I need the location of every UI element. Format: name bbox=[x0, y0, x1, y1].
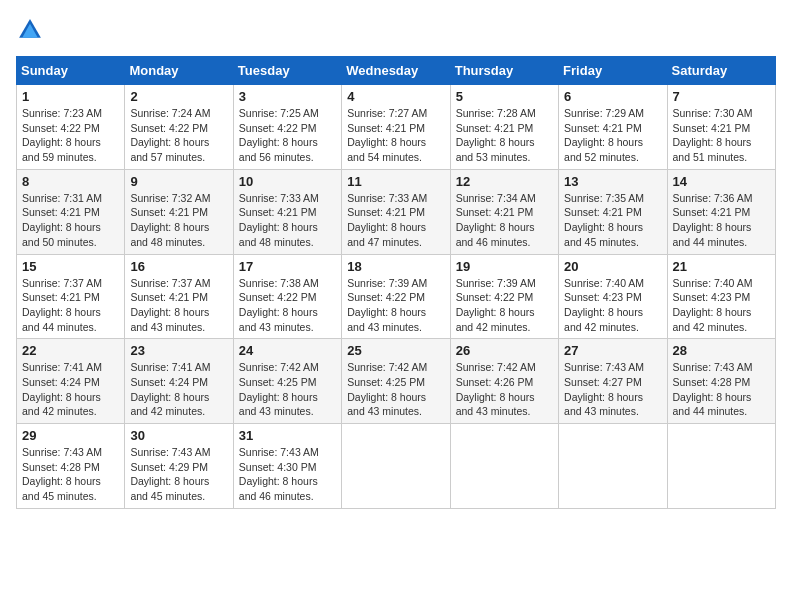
day-info: Sunrise: 7:35 AMSunset: 4:21 PMDaylight:… bbox=[564, 192, 644, 248]
day-info: Sunrise: 7:33 AMSunset: 4:21 PMDaylight:… bbox=[347, 192, 427, 248]
day-info: Sunrise: 7:32 AMSunset: 4:21 PMDaylight:… bbox=[130, 192, 210, 248]
calendar-cell-19: 19Sunrise: 7:39 AMSunset: 4:22 PMDayligh… bbox=[450, 254, 558, 339]
calendar-cell-21: 21Sunrise: 7:40 AMSunset: 4:23 PMDayligh… bbox=[667, 254, 775, 339]
day-info: Sunrise: 7:40 AMSunset: 4:23 PMDaylight:… bbox=[673, 277, 753, 333]
day-number: 29 bbox=[22, 428, 119, 443]
day-info: Sunrise: 7:39 AMSunset: 4:22 PMDaylight:… bbox=[347, 277, 427, 333]
day-info: Sunrise: 7:27 AMSunset: 4:21 PMDaylight:… bbox=[347, 107, 427, 163]
calendar-cell-12: 12Sunrise: 7:34 AMSunset: 4:21 PMDayligh… bbox=[450, 169, 558, 254]
calendar-cell-5: 5Sunrise: 7:28 AMSunset: 4:21 PMDaylight… bbox=[450, 85, 558, 170]
weekday-header-friday: Friday bbox=[559, 57, 667, 85]
calendar-cell-1: 1Sunrise: 7:23 AMSunset: 4:22 PMDaylight… bbox=[17, 85, 125, 170]
calendar-table: SundayMondayTuesdayWednesdayThursdayFrid… bbox=[16, 56, 776, 509]
day-info: Sunrise: 7:37 AMSunset: 4:21 PMDaylight:… bbox=[22, 277, 102, 333]
weekday-header-row: SundayMondayTuesdayWednesdayThursdayFrid… bbox=[17, 57, 776, 85]
day-info: Sunrise: 7:31 AMSunset: 4:21 PMDaylight:… bbox=[22, 192, 102, 248]
calendar-week-4: 22Sunrise: 7:41 AMSunset: 4:24 PMDayligh… bbox=[17, 339, 776, 424]
weekday-header-tuesday: Tuesday bbox=[233, 57, 341, 85]
day-info: Sunrise: 7:24 AMSunset: 4:22 PMDaylight:… bbox=[130, 107, 210, 163]
calendar-cell-27: 27Sunrise: 7:43 AMSunset: 4:27 PMDayligh… bbox=[559, 339, 667, 424]
calendar-week-3: 15Sunrise: 7:37 AMSunset: 4:21 PMDayligh… bbox=[17, 254, 776, 339]
calendar-cell-13: 13Sunrise: 7:35 AMSunset: 4:21 PMDayligh… bbox=[559, 169, 667, 254]
calendar-cell-10: 10Sunrise: 7:33 AMSunset: 4:21 PMDayligh… bbox=[233, 169, 341, 254]
day-info: Sunrise: 7:38 AMSunset: 4:22 PMDaylight:… bbox=[239, 277, 319, 333]
day-number: 15 bbox=[22, 259, 119, 274]
day-info: Sunrise: 7:25 AMSunset: 4:22 PMDaylight:… bbox=[239, 107, 319, 163]
day-number: 22 bbox=[22, 343, 119, 358]
day-number: 5 bbox=[456, 89, 553, 104]
day-info: Sunrise: 7:42 AMSunset: 4:25 PMDaylight:… bbox=[239, 361, 319, 417]
calendar-cell-16: 16Sunrise: 7:37 AMSunset: 4:21 PMDayligh… bbox=[125, 254, 233, 339]
calendar-cell-3: 3Sunrise: 7:25 AMSunset: 4:22 PMDaylight… bbox=[233, 85, 341, 170]
day-number: 7 bbox=[673, 89, 770, 104]
day-number: 9 bbox=[130, 174, 227, 189]
calendar-cell-15: 15Sunrise: 7:37 AMSunset: 4:21 PMDayligh… bbox=[17, 254, 125, 339]
day-info: Sunrise: 7:41 AMSunset: 4:24 PMDaylight:… bbox=[22, 361, 102, 417]
day-info: Sunrise: 7:33 AMSunset: 4:21 PMDaylight:… bbox=[239, 192, 319, 248]
day-number: 17 bbox=[239, 259, 336, 274]
weekday-header-sunday: Sunday bbox=[17, 57, 125, 85]
calendar-cell-empty bbox=[450, 424, 558, 509]
calendar-cell-7: 7Sunrise: 7:30 AMSunset: 4:21 PMDaylight… bbox=[667, 85, 775, 170]
day-number: 16 bbox=[130, 259, 227, 274]
calendar-cell-empty bbox=[559, 424, 667, 509]
day-number: 23 bbox=[130, 343, 227, 358]
day-number: 14 bbox=[673, 174, 770, 189]
calendar-cell-29: 29Sunrise: 7:43 AMSunset: 4:28 PMDayligh… bbox=[17, 424, 125, 509]
calendar-cell-28: 28Sunrise: 7:43 AMSunset: 4:28 PMDayligh… bbox=[667, 339, 775, 424]
weekday-header-saturday: Saturday bbox=[667, 57, 775, 85]
day-number: 1 bbox=[22, 89, 119, 104]
calendar-cell-6: 6Sunrise: 7:29 AMSunset: 4:21 PMDaylight… bbox=[559, 85, 667, 170]
day-info: Sunrise: 7:39 AMSunset: 4:22 PMDaylight:… bbox=[456, 277, 536, 333]
day-info: Sunrise: 7:34 AMSunset: 4:21 PMDaylight:… bbox=[456, 192, 536, 248]
calendar-cell-30: 30Sunrise: 7:43 AMSunset: 4:29 PMDayligh… bbox=[125, 424, 233, 509]
day-number: 25 bbox=[347, 343, 444, 358]
day-info: Sunrise: 7:43 AMSunset: 4:28 PMDaylight:… bbox=[22, 446, 102, 502]
day-number: 6 bbox=[564, 89, 661, 104]
day-info: Sunrise: 7:43 AMSunset: 4:27 PMDaylight:… bbox=[564, 361, 644, 417]
day-number: 2 bbox=[130, 89, 227, 104]
day-info: Sunrise: 7:40 AMSunset: 4:23 PMDaylight:… bbox=[564, 277, 644, 333]
day-number: 11 bbox=[347, 174, 444, 189]
calendar-cell-11: 11Sunrise: 7:33 AMSunset: 4:21 PMDayligh… bbox=[342, 169, 450, 254]
day-number: 3 bbox=[239, 89, 336, 104]
weekday-header-monday: Monday bbox=[125, 57, 233, 85]
day-number: 8 bbox=[22, 174, 119, 189]
calendar-week-1: 1Sunrise: 7:23 AMSunset: 4:22 PMDaylight… bbox=[17, 85, 776, 170]
calendar-cell-18: 18Sunrise: 7:39 AMSunset: 4:22 PMDayligh… bbox=[342, 254, 450, 339]
calendar-week-2: 8Sunrise: 7:31 AMSunset: 4:21 PMDaylight… bbox=[17, 169, 776, 254]
day-info: Sunrise: 7:29 AMSunset: 4:21 PMDaylight:… bbox=[564, 107, 644, 163]
day-number: 18 bbox=[347, 259, 444, 274]
day-number: 19 bbox=[456, 259, 553, 274]
day-info: Sunrise: 7:41 AMSunset: 4:24 PMDaylight:… bbox=[130, 361, 210, 417]
day-number: 12 bbox=[456, 174, 553, 189]
page-header bbox=[16, 16, 776, 44]
day-info: Sunrise: 7:43 AMSunset: 4:29 PMDaylight:… bbox=[130, 446, 210, 502]
day-info: Sunrise: 7:43 AMSunset: 4:28 PMDaylight:… bbox=[673, 361, 753, 417]
day-number: 13 bbox=[564, 174, 661, 189]
day-info: Sunrise: 7:36 AMSunset: 4:21 PMDaylight:… bbox=[673, 192, 753, 248]
calendar-cell-17: 17Sunrise: 7:38 AMSunset: 4:22 PMDayligh… bbox=[233, 254, 341, 339]
day-info: Sunrise: 7:30 AMSunset: 4:21 PMDaylight:… bbox=[673, 107, 753, 163]
day-number: 27 bbox=[564, 343, 661, 358]
calendar-cell-31: 31Sunrise: 7:43 AMSunset: 4:30 PMDayligh… bbox=[233, 424, 341, 509]
calendar-cell-empty bbox=[667, 424, 775, 509]
day-info: Sunrise: 7:23 AMSunset: 4:22 PMDaylight:… bbox=[22, 107, 102, 163]
day-number: 31 bbox=[239, 428, 336, 443]
weekday-header-wednesday: Wednesday bbox=[342, 57, 450, 85]
calendar-cell-25: 25Sunrise: 7:42 AMSunset: 4:25 PMDayligh… bbox=[342, 339, 450, 424]
calendar-cell-14: 14Sunrise: 7:36 AMSunset: 4:21 PMDayligh… bbox=[667, 169, 775, 254]
day-info: Sunrise: 7:28 AMSunset: 4:21 PMDaylight:… bbox=[456, 107, 536, 163]
calendar-cell-24: 24Sunrise: 7:42 AMSunset: 4:25 PMDayligh… bbox=[233, 339, 341, 424]
calendar-cell-22: 22Sunrise: 7:41 AMSunset: 4:24 PMDayligh… bbox=[17, 339, 125, 424]
day-number: 10 bbox=[239, 174, 336, 189]
day-info: Sunrise: 7:42 AMSunset: 4:26 PMDaylight:… bbox=[456, 361, 536, 417]
calendar-cell-23: 23Sunrise: 7:41 AMSunset: 4:24 PMDayligh… bbox=[125, 339, 233, 424]
calendar-cell-20: 20Sunrise: 7:40 AMSunset: 4:23 PMDayligh… bbox=[559, 254, 667, 339]
calendar-week-5: 29Sunrise: 7:43 AMSunset: 4:28 PMDayligh… bbox=[17, 424, 776, 509]
calendar-cell-8: 8Sunrise: 7:31 AMSunset: 4:21 PMDaylight… bbox=[17, 169, 125, 254]
day-number: 26 bbox=[456, 343, 553, 358]
day-number: 28 bbox=[673, 343, 770, 358]
day-number: 24 bbox=[239, 343, 336, 358]
weekday-header-thursday: Thursday bbox=[450, 57, 558, 85]
